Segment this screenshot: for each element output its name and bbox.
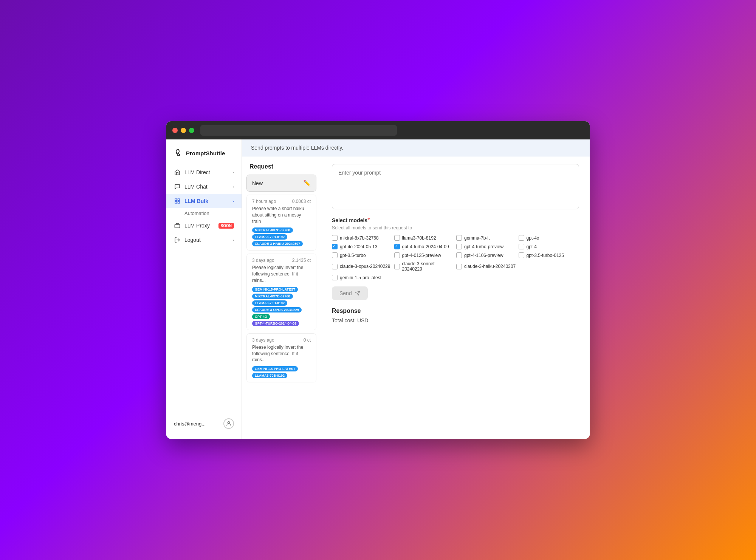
send-button[interactable]: Send (332, 286, 368, 300)
model-label: claude-3-opus-20240229 (340, 264, 390, 269)
model-tag: LLAMA3-70B-8192 (252, 373, 287, 378)
new-label: New (252, 180, 263, 186)
model-option[interactable]: claude-3-opus-20240229 (332, 261, 393, 272)
model-option[interactable]: gpt-4-turbo-preview (456, 244, 517, 249)
model-checkbox-gemma[interactable] (456, 235, 462, 241)
required-star: * (367, 217, 370, 223)
model-checkbox-gpt4[interactable] (519, 244, 524, 249)
model-option[interactable]: claude-3-sonnet-20240229 (394, 261, 455, 272)
address-bar[interactable] (200, 125, 397, 136)
edit-icon: ✏️ (303, 179, 311, 187)
sidebar-item-label: LLM Direct (184, 169, 210, 175)
prompt-input[interactable] (332, 164, 579, 209)
app-title: PromptShuttle (186, 150, 225, 156)
model-option[interactable]: gpt-4o-2024-05-13 (332, 244, 393, 249)
model-label: gpt-4o-2024-05-13 (340, 244, 377, 249)
model-option[interactable]: mixtral-8x7b-32768 (332, 235, 393, 241)
content-area: Request New ✏️ 7 hours ago 0.0063 ct Ple… (242, 156, 590, 439)
sidebar-item-label: Logout (184, 237, 201, 243)
logo-area: PromptShuttle (166, 145, 242, 165)
sidebar-item-llm-proxy[interactable]: LLM Proxy SOON (166, 218, 242, 233)
model-checkbox-gpt35[interactable] (332, 252, 338, 258)
model-checkbox-gpt4o-0513[interactable] (332, 244, 338, 249)
logo-icon (174, 149, 183, 158)
model-option[interactable]: gpt-3.5-turbo-0125 (519, 252, 579, 258)
model-checkbox-gpt4-1106[interactable] (456, 252, 462, 258)
model-checkbox-mixtral[interactable] (332, 235, 338, 241)
model-option[interactable]: claude-3-haiku-20240307 (456, 261, 517, 272)
app-window: PromptShuttle LLM Direct › (166, 121, 590, 439)
model-label: gpt-4-turbo-2024-04-09 (402, 244, 449, 249)
model-option[interactable]: gemini-1.5-pro-latest (332, 275, 393, 280)
model-checkbox-claude3-haiku[interactable] (456, 264, 462, 269)
sidebar-item-llm-direct[interactable]: LLM Direct › (166, 165, 242, 179)
model-option[interactable]: gpt-4 (519, 244, 579, 249)
history-item[interactable]: 3 days ago 2.1435 ct Please logically in… (246, 254, 316, 330)
model-tag: CLAUDE-3-OPUS-20240229 (252, 307, 302, 312)
sidebar-item-logout[interactable]: Logout › (166, 233, 242, 247)
history-item[interactable]: 7 hours ago 0.0063 ct Please write a sho… (246, 195, 316, 251)
proxy-icon (174, 222, 181, 229)
response-section: Response Total cost: USD (332, 308, 579, 323)
model-checkbox-claude3-sonnet[interactable] (394, 264, 400, 269)
model-label: gpt-3.5-turbo-0125 (527, 253, 564, 258)
home-icon (174, 169, 181, 176)
model-label: gpt-4-turbo-preview (464, 244, 503, 249)
request-list-panel: Request New ✏️ 7 hours ago 0.0063 ct Ple… (242, 156, 321, 439)
model-option[interactable]: gpt-4-turbo-2024-04-09 (394, 244, 455, 249)
sidebar-item-llm-chat[interactable]: LLM Chat › (166, 179, 242, 194)
model-label: gpt-4-1106-preview (464, 253, 503, 258)
model-tag: MIXTRAL-8X7B-32768 (252, 294, 293, 299)
model-checkbox-gpt4turbo-0409[interactable] (394, 244, 400, 249)
cost: 0.0063 ct (292, 199, 311, 204)
cost: 2.1435 ct (292, 258, 311, 263)
sidebar-item-label: LLM Proxy (184, 223, 210, 229)
history-preview: Please logically invert the following se… (252, 344, 311, 363)
chat-icon (174, 183, 181, 190)
info-banner: Send prompts to multiple LLMs directly. (242, 139, 590, 156)
model-label: gpt-3.5-turbo (340, 253, 366, 258)
model-option[interactable]: llama3-70b-8192 (394, 235, 455, 241)
model-tag: MIXTRAL-8X7B-32768 (252, 227, 293, 233)
model-checkbox-gpt4turbo-preview[interactable] (456, 244, 462, 249)
history-item[interactable]: 3 days ago 0 ct Please logically invert … (246, 333, 316, 382)
select-models-sub: Select all models to send this request t… (332, 225, 579, 230)
model-checkbox-gpt4-0125[interactable] (394, 252, 400, 258)
sidebar-item-llm-bulk[interactable]: LLM Bulk › (166, 194, 242, 208)
sidebar-sub-automation: Automation (166, 208, 242, 218)
minimize-button[interactable] (181, 128, 186, 133)
bulk-icon (174, 198, 181, 204)
new-request-item[interactable]: New ✏️ (246, 175, 316, 192)
model-option[interactable]: gpt-4-1106-preview (456, 252, 517, 258)
form-panel: Select models* Select all models to send… (321, 156, 590, 439)
model-label: gemma-7b-it (464, 235, 490, 241)
model-label: gemini-1.5-pro-latest (340, 275, 381, 280)
model-tag: GEMINI-1.5-PRO-LATEST (252, 366, 298, 371)
svg-point-9 (228, 422, 229, 424)
avatar[interactable] (223, 418, 234, 429)
model-label: mixtral-8x7b-32768 (340, 235, 379, 241)
cost: 0 ct (304, 337, 311, 343)
model-option[interactable]: gpt-4-0125-preview (394, 252, 455, 258)
model-option[interactable]: gpt-4o (519, 235, 579, 241)
svg-rect-7 (175, 224, 180, 228)
model-label: gpt-4-0125-preview (402, 253, 441, 258)
model-checkbox-gemini[interactable] (332, 275, 338, 280)
model-checkbox-claude3-opus[interactable] (332, 264, 338, 269)
model-checkbox-gpt4o[interactable] (519, 235, 524, 241)
model-tag: GPT-4O (252, 314, 270, 319)
maximize-button[interactable] (189, 128, 194, 133)
traffic-lights (172, 128, 194, 133)
model-tag: GEMINI-1.5-PRO-LATEST (252, 287, 298, 292)
user-area: chris@meng... (166, 415, 242, 433)
model-checkbox-llama3[interactable] (394, 235, 400, 241)
model-option[interactable]: gemma-7b-it (456, 235, 517, 241)
section-title: Request (242, 156, 321, 175)
chevron-icon: › (232, 199, 234, 203)
model-label: claude-3-haiku-20240307 (464, 264, 516, 269)
close-button[interactable] (172, 128, 178, 133)
app-body: PromptShuttle LLM Direct › (166, 139, 590, 439)
total-cost: Total cost: USD (332, 317, 579, 323)
model-option[interactable]: gpt-3.5-turbo (332, 252, 393, 258)
model-checkbox-gpt35-0125[interactable] (519, 252, 524, 258)
